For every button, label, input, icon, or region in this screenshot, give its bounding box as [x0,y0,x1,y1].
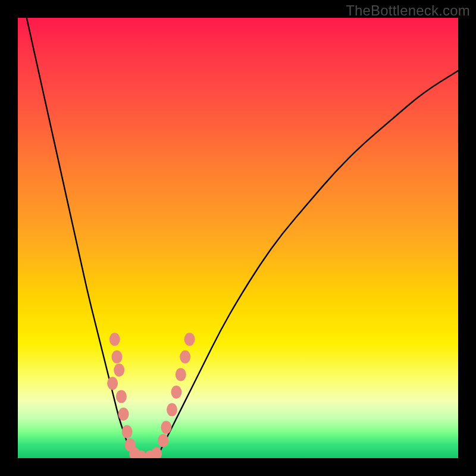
highlight-marker [171,386,181,399]
curve-layer [18,18,458,458]
highlight-marker [112,350,123,364]
highlight-marker [180,350,190,364]
highlight-marker [167,403,177,416]
highlight-markers [107,333,195,458]
watermark-text: TheBottleneck.com [346,2,470,19]
highlight-marker [118,408,129,421]
highlight-marker [176,368,186,381]
highlight-marker [151,447,162,458]
bottleneck-curve [27,18,458,458]
highlight-marker [114,364,124,377]
plot-area [18,18,458,458]
highlight-marker [116,390,127,403]
highlight-marker [161,421,171,434]
highlight-marker [184,333,195,346]
highlight-marker [109,333,120,346]
highlight-marker [158,434,168,447]
highlight-marker [107,377,118,390]
highlight-marker [122,425,133,439]
chart-frame: TheBottleneck.com [0,0,476,476]
